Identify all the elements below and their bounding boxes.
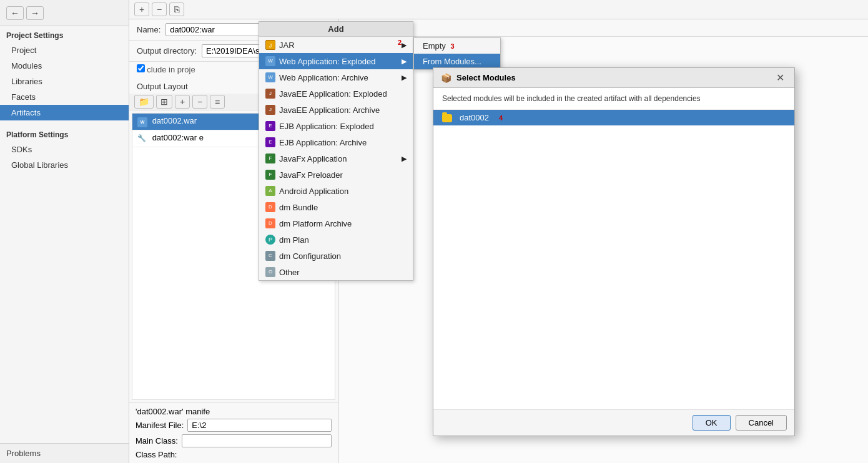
dropdown-item-other[interactable]: O Other: [259, 264, 413, 280]
dropdown-header: Add: [259, 22, 413, 37]
main-class-label: Main Class:: [136, 436, 178, 446]
dropdown-item-web-archive[interactable]: W Web Application: Archive ▶: [259, 69, 413, 85]
dropdown-item-javaee-archive[interactable]: J JavaEE Application: Archive: [259, 102, 413, 118]
dialog-description: Selected modules will be included in the…: [433, 88, 794, 110]
right-header: nents 02: [338, 19, 868, 37]
manifest-header: 'dat0002.war' manife: [136, 407, 332, 416]
dropdown-item-dm-platform[interactable]: D dm Platform Archive: [259, 215, 413, 232]
ejb-archive-icon: E: [265, 137, 275, 147]
sidebar-item-facets[interactable]: Facets: [0, 89, 129, 105]
jar-icon: J: [265, 40, 275, 50]
main-class-input[interactable]: [182, 434, 332, 447]
submenu-item-empty[interactable]: Empty 3: [414, 38, 500, 54]
ejb-exploded-icon: E: [265, 121, 275, 131]
dropdown-item-jar[interactable]: J JAR 2 ▶: [259, 37, 413, 53]
dialog-titlebar: 📦 Select Modules ✕: [433, 68, 794, 88]
dropdown-menu: Add J JAR 2 ▶ W Web Application: Explode…: [259, 21, 413, 281]
dialog-module-dat0002[interactable]: dat0002 4: [433, 110, 794, 125]
dialog-ok-button[interactable]: OK: [693, 415, 731, 431]
main-area: + − ⎘ Name: Output directory: clude in p…: [129, 0, 868, 463]
ol-more-button[interactable]: ≡: [210, 95, 225, 109]
sidebar-item-modules[interactable]: Modules: [0, 58, 129, 74]
web-archive-icon: W: [265, 72, 275, 82]
select-modules-dialog: 📦 Select Modules ✕ Selected modules will…: [433, 67, 795, 436]
copy-artifact-button[interactable]: ⎘: [169, 2, 184, 16]
add-dropdown: Add J JAR 2 ▶ W Web Application: Explode…: [259, 21, 413, 281]
dialog-cancel-button[interactable]: Cancel: [736, 415, 787, 431]
remove-artifact-button[interactable]: −: [152, 2, 167, 16]
folder-icon: [442, 114, 452, 122]
dropdown-item-dm-config[interactable]: C dm Configuration: [259, 248, 413, 264]
dropdown-item-web-exploded[interactable]: W Web Application: Exploded ▶: [259, 53, 413, 69]
dropdown-item-ejb-archive[interactable]: E EJB Application: Archive: [259, 134, 413, 150]
war-e-icon: 🔧: [137, 134, 147, 144]
dialog-title: Select Modules: [456, 73, 516, 82]
dialog-close-button[interactable]: ✕: [774, 72, 787, 84]
web-exploded-icon: W: [265, 56, 275, 66]
javafx-preloader-icon: F: [265, 170, 275, 180]
sidebar-item-global-libraries[interactable]: Global Libraries: [0, 157, 129, 173]
dropdown-item-dm-plan[interactable]: P dm Plan: [259, 232, 413, 248]
artifacts-toolbar: + − ⎘: [129, 0, 868, 19]
platform-settings-section: Platform Settings: [0, 125, 129, 142]
dropdown-item-ejb-exploded[interactable]: E EJB Application: Exploded: [259, 118, 413, 134]
dm-platform-icon: D: [265, 218, 275, 228]
sidebar-item-project[interactable]: Project: [0, 42, 129, 58]
war-icon: W: [137, 117, 147, 127]
dropdown-item-javaee-exploded[interactable]: J JavaEE Application: Exploded: [259, 85, 413, 102]
ol-folder-button[interactable]: 📁: [134, 95, 154, 109]
project-settings-section: Project Settings: [0, 26, 129, 42]
dropdown-item-javafx[interactable]: F JavaFx Application ▶: [259, 150, 413, 167]
nav-forward-button[interactable]: →: [26, 6, 44, 20]
dropdown-item-android[interactable]: A Android Application: [259, 183, 413, 199]
manifest-section: 'dat0002.war' manife Manifest File: Main…: [129, 402, 338, 463]
dm-bundle-icon: D: [265, 202, 275, 212]
dm-plan-icon: P: [265, 235, 275, 245]
other-icon: O: [265, 267, 275, 277]
android-icon: A: [265, 186, 275, 196]
dialog-icon: 📦: [441, 73, 451, 83]
javaee-archive-icon: J: [265, 105, 275, 115]
dm-config-icon: C: [265, 251, 275, 261]
submenu: Empty 3 From Modules...: [413, 37, 501, 70]
sidebar-item-libraries[interactable]: Libraries: [0, 74, 129, 89]
add-artifact-button[interactable]: +: [134, 2, 149, 16]
dialog-modules-list: dat0002 4: [433, 110, 794, 409]
manifest-file-label: Manifest File:: [136, 421, 184, 430]
include-checkbox[interactable]: [137, 64, 145, 72]
dropdown-item-dm-bundle[interactable]: D dm Bundle: [259, 199, 413, 215]
sidebar-item-problems[interactable]: Problems: [0, 443, 129, 463]
nav-back-button[interactable]: ←: [6, 6, 24, 20]
ol-grid-button[interactable]: ⊞: [156, 95, 172, 109]
sidebar: ← → Project Settings Project Modules Lib…: [0, 0, 129, 463]
class-path-label: Class Path:: [136, 450, 177, 459]
output-dir-label: Output directory:: [137, 46, 197, 56]
dialog-footer: OK Cancel: [433, 409, 794, 436]
dropdown-item-javafx-preloader[interactable]: F JavaFx Preloader: [259, 167, 413, 183]
sidebar-item-sdks[interactable]: SDKs: [0, 142, 129, 157]
javafx-icon: F: [265, 154, 275, 163]
sidebar-item-artifacts[interactable]: Artifacts: [0, 105, 129, 120]
javaee-exploded-icon: J: [265, 89, 275, 99]
ol-add-button[interactable]: +: [175, 95, 190, 109]
ol-remove-button[interactable]: −: [192, 95, 207, 109]
name-label: Name:: [137, 25, 160, 34]
manifest-file-input[interactable]: [187, 419, 332, 432]
